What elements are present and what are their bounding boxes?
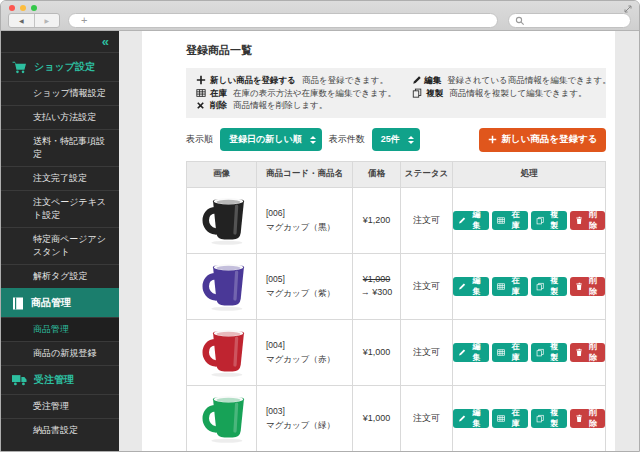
browser-window: ◀ ▶ + « ショップ設定 ショップ情報設定 支払い方法設定 送料・特記事項設… (0, 0, 640, 452)
product-code-name: [004] マグカップ（赤） (257, 320, 353, 385)
count-label: 表示件数 (329, 133, 365, 146)
legend-label: 複製 (426, 87, 443, 100)
search-field[interactable] (508, 13, 631, 28)
product-actions: 編集 在庫 複製 削除 (453, 254, 605, 319)
stock-button[interactable]: 在庫 (492, 211, 528, 230)
sidebar-item-order-page-text[interactable]: 注文ページテキスト設定 (1, 190, 119, 227)
delete-button[interactable]: 削除 (570, 211, 606, 230)
add-product-button[interactable]: 新しい商品を登録する (479, 128, 606, 152)
sidebar-item-payment[interactable]: 支払い方法設定 (1, 105, 119, 129)
truck-icon (12, 374, 27, 386)
product-code-name: [003] マグカップ（緑） (257, 386, 353, 451)
legend-delete: 削除 商品情報を削除します。 (196, 99, 412, 112)
product-code-name: [006] マグカップ（黒） (257, 188, 353, 253)
sidebar-item-analytics-tag[interactable]: 解析タグ設定 (1, 264, 119, 288)
delete-button[interactable]: 削除 (570, 277, 606, 296)
pencil-icon (458, 348, 466, 357)
legend-label: 在庫 (210, 87, 227, 100)
stock-button[interactable]: 在庫 (492, 277, 528, 296)
sidebar-section-shop-settings[interactable]: ショップ設定 (1, 52, 119, 81)
sort-value: 登録日の新しい順 (229, 133, 302, 146)
product-name: マグカップ（紫） (266, 286, 335, 300)
plus-icon: + (81, 15, 87, 26)
product-price: ¥1,000 → ¥300 (353, 254, 401, 319)
copy-button[interactable]: 複製 (531, 343, 567, 362)
edit-button[interactable]: 編集 (453, 409, 489, 428)
product-code: [004] (266, 338, 285, 352)
table-row: [006] マグカップ（黒） ¥1,200 注文可 編集 在庫 複製 削除 (187, 188, 605, 254)
edit-button[interactable]: 編集 (453, 277, 489, 296)
edit-button[interactable]: 編集 (453, 211, 489, 230)
sidebar-item-delivery-slip[interactable]: 納品書設定 (1, 418, 119, 442)
count-dropdown[interactable]: 25件 (372, 128, 420, 151)
sidebar-item-shipping[interactable]: 送料・特記事項設定 (1, 129, 119, 166)
sidebar-collapse-button[interactable]: « (1, 31, 119, 52)
sidebar-item-tokutei-page[interactable]: 特定商ページアシスタント (1, 227, 119, 264)
content-panel: 登録商品一覧 新しい商品を登録する 商品を登録できます。 在庫 在庫の表示方法や… (142, 31, 615, 452)
product-price: ¥1,200 (353, 188, 401, 253)
trash-icon (575, 348, 583, 357)
sort-label: 表示順 (186, 133, 213, 146)
product-name: マグカップ（緑） (266, 418, 335, 432)
delete-button[interactable]: 削除 (570, 409, 606, 428)
back-button[interactable]: ◀ (9, 14, 34, 27)
product-code: [005] (266, 272, 285, 286)
sidebar-section-product-management[interactable]: 商品管理 (1, 288, 119, 317)
table-row: [003] マグカップ（緑） ¥1,000 注文可 編集 在庫 複製 削除 (187, 386, 605, 452)
legend-edit: 編集 登録されている商品情報を編集できます。 (412, 74, 596, 87)
copy-button[interactable]: 複製 (531, 211, 567, 230)
grid-icon (196, 88, 208, 98)
grid-icon (497, 348, 505, 357)
edit-button[interactable]: 編集 (453, 343, 489, 362)
sidebar-item-product-new[interactable]: 商品の新規登録 (1, 341, 119, 365)
copy-icon (536, 414, 544, 423)
product-status: 注文可 (401, 188, 453, 253)
price: ¥1,200 (363, 214, 391, 227)
search-icon (515, 16, 525, 26)
col-header-image: 画像 (187, 162, 257, 187)
trash-icon (575, 414, 583, 423)
pencil-icon (458, 282, 466, 291)
sidebar-item-order-management[interactable]: 受注管理 (1, 394, 119, 418)
legend-desc: 商品情報を削除します。 (233, 99, 327, 112)
sort-dropdown[interactable]: 登録日の新しい順 (220, 128, 322, 151)
sidebar-section-label: ショップ設定 (34, 60, 95, 74)
traffic-lights (9, 5, 37, 11)
close-button[interactable] (9, 5, 15, 11)
page-title: 登録商品一覧 (186, 43, 606, 58)
cart-icon (12, 61, 27, 74)
product-status: 注文可 (401, 254, 453, 319)
address-bar[interactable]: + (68, 13, 498, 28)
zoom-button[interactable] (31, 5, 37, 11)
plus-icon (488, 135, 497, 144)
list-controls: 表示順 登録日の新しい順 表示件数 25件 新しい商品を登録する (186, 128, 606, 152)
expand-icon[interactable] (623, 4, 633, 14)
sidebar-item-shop-info[interactable]: ショップ情報設定 (1, 81, 119, 105)
stock-button[interactable]: 在庫 (492, 409, 528, 428)
copy-button[interactable]: 複製 (531, 277, 567, 296)
sidebar-section-order-management[interactable]: 受注管理 (1, 365, 119, 394)
plus-icon (196, 75, 208, 85)
product-image (187, 188, 257, 253)
stock-button[interactable]: 在庫 (492, 343, 528, 362)
product-code-name: [005] マグカップ（紫） (257, 254, 353, 319)
chevron-updown-icon (408, 136, 414, 144)
legend-add: 新しい商品を登録する 商品を登録できます。 (196, 74, 412, 87)
copy-icon (536, 348, 544, 357)
delete-button[interactable]: 削除 (570, 343, 606, 362)
product-name: マグカップ（赤） (266, 352, 335, 366)
sidebar-section-label: 受注管理 (34, 373, 74, 387)
minimize-button[interactable] (20, 5, 26, 11)
sidebar-item-order-complete[interactable]: 注文完了設定 (1, 166, 119, 190)
price-old: ¥1,000 (363, 273, 391, 286)
product-code: [006] (266, 206, 285, 220)
forward-button[interactable]: ▶ (34, 14, 60, 27)
copy-icon (412, 88, 424, 98)
legend-stock: 在庫 在庫の表示方法や在庫数を編集できます。 (196, 87, 412, 100)
grid-icon (497, 414, 505, 423)
sidebar-item-product-management[interactable]: 商品管理 (1, 317, 119, 341)
count-value: 25件 (381, 133, 400, 146)
copy-button[interactable]: 複製 (531, 409, 567, 428)
grid-icon (497, 282, 505, 291)
pencil-icon (458, 216, 466, 225)
